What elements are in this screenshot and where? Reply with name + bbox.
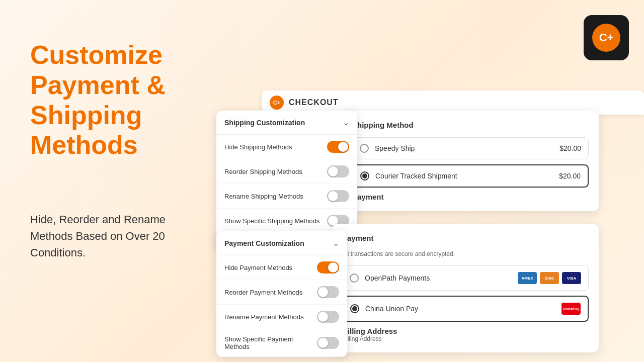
checkout-title: CHECKOUT <box>289 98 339 107</box>
shipping-method-title: Shipping Method <box>352 121 589 129</box>
payment-method-display: Payment All transactions are secure and … <box>332 224 599 352</box>
show-specific-payment-toggle[interactable] <box>317 337 339 349</box>
courier-tracked-option[interactable]: Courier Tracked Shipment $20.00 <box>352 164 589 188</box>
speedy-ship-price: $20.00 <box>559 144 581 152</box>
courier-tracked-price: $20.00 <box>559 172 581 180</box>
shipping-panel-header: Shipping Customization ⌄ <box>216 111 357 135</box>
payment-rename-row: Rename Payment Methods <box>216 305 347 329</box>
rename-shipping-label: Rename Shipping Methods <box>224 193 303 200</box>
shipping-hide-row: Hide Shipping Methods <box>216 135 357 159</box>
payment-customization-panel: Payment Customization ⌄ Hide Payment Met… <box>216 231 347 357</box>
show-specific-payment-label: Show Specific Payment Methods <box>224 335 317 350</box>
speedy-ship-left: Speedy Ship <box>360 144 415 153</box>
courier-tracked-left: Courier Tracked Shipment <box>360 171 457 180</box>
reorder-payment-label: Reorder Payment Methods <box>224 289 302 296</box>
payment-panel-header: Payment Customization ⌄ <box>216 231 347 255</box>
ui-demo-area: C+ CHECKOUT Shipping Customization ⌄ Hid… <box>216 90 639 362</box>
openpath-option[interactable]: OpenPath Payments AMEX DISC VISA <box>342 265 589 291</box>
shipping-method-display: Shipping Method Speedy Ship $20.00 Couri… <box>342 111 599 211</box>
hide-payment-toggle[interactable] <box>317 261 339 274</box>
discover-icon: DISC <box>540 272 559 284</box>
openpath-card-icons: AMEX DISC VISA <box>518 272 581 284</box>
shipping-panel-close-icon[interactable]: ⌄ <box>343 118 349 127</box>
openpath-radio <box>350 274 359 283</box>
svg-text:C+: C+ <box>273 100 280 106</box>
rename-shipping-toggle[interactable] <box>327 190 349 202</box>
unionpay-radio <box>350 304 359 313</box>
payment-hide-row: Hide Payment Methods <box>216 255 347 280</box>
hero-title: Customize Payment & Shipping Methods <box>30 40 231 160</box>
shipping-panel-title: Shipping Customization <box>224 119 305 127</box>
payment-display-title: Payment <box>342 234 589 242</box>
payment-reorder-row: Reorder Payment Methods <box>216 280 347 305</box>
shipping-reorder-row: Reorder Shipping Methods <box>216 159 357 184</box>
hide-payment-label: Hide Payment Methods <box>224 264 292 272</box>
hero-subtitle: Hide, Reorder and Rename Methods Based o… <box>30 211 206 261</box>
courier-tracked-radio <box>360 171 369 180</box>
show-specific-shipping-label: Show Specific Shipping Methods <box>224 217 319 225</box>
payment-display-subtitle: All transactions are secure and encrypte… <box>342 250 589 257</box>
payment-panel-close-icon[interactable]: ⌄ <box>333 238 339 248</box>
hide-shipping-toggle[interactable] <box>327 141 349 153</box>
unionpay-left: China Union Pay <box>350 304 418 313</box>
payment-panel-title: Payment Customization <box>224 239 304 247</box>
speedy-ship-option[interactable]: Speedy Ship $20.00 <box>352 137 589 159</box>
openpath-name: OpenPath Payments <box>365 274 430 282</box>
unionpay-card-icons: UnionPay <box>561 303 581 315</box>
amex-icon: AMEX <box>518 272 537 284</box>
shipping-display-payment-title: Payment <box>352 193 589 201</box>
courier-tracked-name: Courier Tracked Shipment <box>375 172 457 180</box>
hide-shipping-label: Hide Shipping Methods <box>224 143 292 151</box>
speedy-ship-radio <box>360 144 369 153</box>
reorder-shipping-label: Reorder Shipping Methods <box>224 168 302 175</box>
visa-icon: VISA <box>562 272 581 284</box>
openpath-left: OpenPath Payments <box>350 274 430 283</box>
rename-payment-label: Rename Payment Methods <box>224 313 304 321</box>
payment-specific-row: Show Specific Payment Methods <box>216 329 347 357</box>
app-logo: C+ <box>584 15 629 60</box>
billing-address-title: Billing Address <box>342 327 589 335</box>
reorder-shipping-toggle[interactable] <box>327 165 349 177</box>
rename-payment-toggle[interactable] <box>317 311 339 323</box>
hero-text: Customize Payment & Shipping Methods <box>30 40 231 160</box>
shipping-rename-row: Rename Shipping Methods <box>216 184 357 209</box>
unionpay-name: China Union Pay <box>365 305 418 313</box>
unionpay-option[interactable]: China Union Pay UnionPay <box>342 296 589 322</box>
billing-address-sub: Billing Address <box>342 335 589 342</box>
checkout-logo-icon: C+ <box>270 96 284 110</box>
unionpay-icon: UnionPay <box>561 303 581 315</box>
svg-text:C+: C+ <box>599 31 614 44</box>
speedy-ship-name: Speedy Ship <box>375 144 415 152</box>
reorder-payment-toggle[interactable] <box>317 286 339 298</box>
